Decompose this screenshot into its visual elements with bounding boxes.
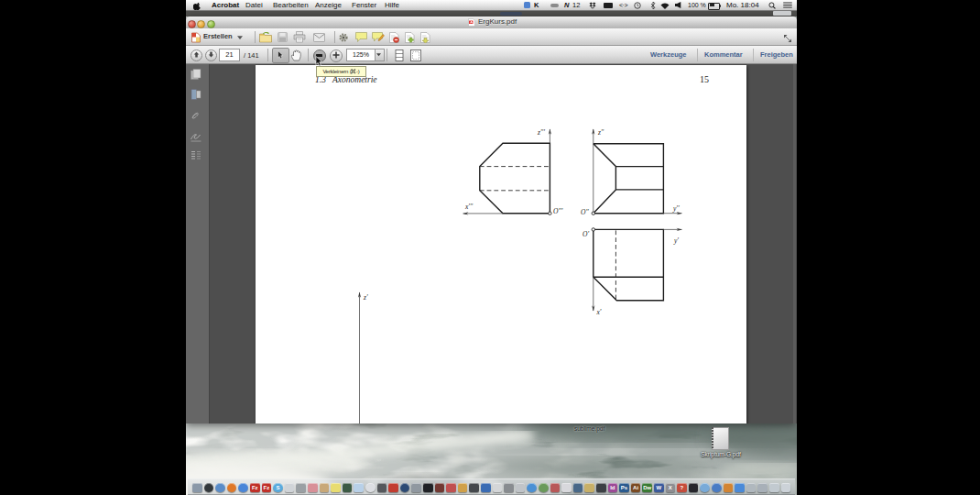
svg-text:x′′′: x′′′: [464, 203, 474, 211]
svg-text:y′: y′: [673, 236, 679, 245]
svg-text:x′: x′: [596, 308, 602, 316]
svg-text:z′′: z′′: [597, 128, 604, 137]
svg-text:O′: O′: [583, 230, 589, 238]
svg-text:O′′: O′′: [581, 208, 589, 216]
svg-text:z′′′: z′′′: [537, 128, 545, 137]
svg-text:z′: z′: [363, 293, 368, 302]
svg-text:y′′: y′′: [672, 204, 680, 213]
svg-text:O′′′: O′′′: [553, 207, 563, 215]
